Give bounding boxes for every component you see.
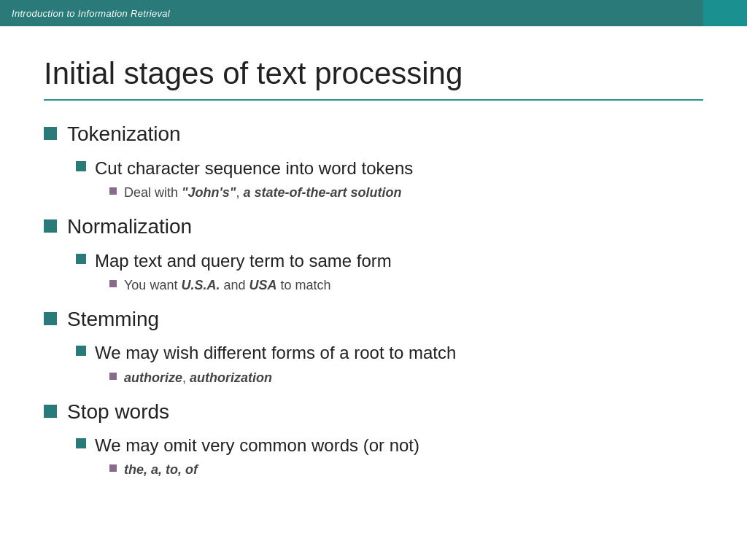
header-title: Introduction to Information Retrieval — [12, 8, 170, 19]
bullet-l3-normalization-1 — [109, 280, 117, 287]
level3-normalization-1-text: You want U.S.A. and USA to match — [124, 276, 331, 295]
level3-normalization-1: You want U.S.A. and USA to match — [109, 276, 703, 295]
bullet-l3-tokenization-1 — [109, 187, 117, 195]
bullet-l1-stemming — [44, 312, 57, 325]
level3-stopwords-1: the, a, to, of — [109, 461, 703, 479]
highlight-authorize: authorize — [124, 370, 182, 385]
bullet-l2-stemming-1 — [76, 346, 86, 356]
level3-stemming-1: authorize, authorization — [109, 369, 703, 387]
bullet-l1-tokenization — [44, 127, 57, 140]
level3-stopwords-1-text: the, a, to, of — [124, 461, 198, 479]
highlight-usa-dots: U.S.A. — [181, 278, 220, 292]
level2-stopwords-1-text: We may omit very common words (or not) — [95, 434, 419, 456]
level1-normalization: Normalization — [44, 214, 703, 240]
highlight-state-of-art: a state-of-the-art solution — [243, 185, 401, 200]
highlight-usa: USA — [249, 278, 276, 292]
level2-tokenization-1: Cut character sequence into word tokens — [76, 157, 703, 179]
slide-content: Initial stages of text processing Tokeni… — [0, 26, 747, 513]
bullet-l2-normalization-1 — [76, 254, 86, 264]
level2-stemming-1-text: We may wish different forms of a root to… — [95, 341, 456, 364]
level2-normalization-1-text: Map text and query term to same form — [95, 249, 392, 272]
section-tokenization: Tokenization Cut character sequence into… — [44, 121, 703, 202]
level3-tokenization-1-text: Deal with "John's", a state-of-the-art s… — [124, 184, 401, 202]
level3-stemming-1-text: authorize, authorization — [124, 369, 272, 387]
slide-title: Initial stages of text processing — [44, 55, 703, 92]
bullet-l1-normalization — [44, 219, 57, 233]
bullet-l1-stopwords — [44, 405, 57, 418]
level1-normalization-text: Normalization — [67, 214, 192, 240]
header-bar: Introduction to Information Retrieval — [0, 0, 747, 26]
section-normalization: Normalization Map text and query term to… — [44, 214, 703, 295]
level1-stopwords: Stop words — [44, 399, 703, 425]
level3-tokenization-1: Deal with "John's", a state-of-the-art s… — [109, 184, 703, 202]
level1-tokenization: Tokenization — [44, 121, 703, 147]
highlight-johns: "John's" — [182, 185, 236, 200]
highlight-stopwords-examples: the, a, to, of — [124, 462, 198, 477]
highlight-authorization: authorization — [190, 370, 272, 385]
level1-stemming-text: Stemming — [67, 306, 159, 332]
level1-stopwords-text: Stop words — [67, 399, 169, 425]
bullet-l3-stemming-1 — [109, 373, 117, 380]
level1-tokenization-text: Tokenization — [67, 121, 181, 147]
bullet-l2-stopwords-1 — [76, 438, 86, 448]
title-divider — [44, 99, 703, 101]
bullet-l2-tokenization-1 — [76, 161, 86, 171]
level2-tokenization-1-text: Cut character sequence into word tokens — [95, 157, 413, 179]
bullet-l3-stopwords-1 — [109, 464, 117, 472]
level2-stopwords-1: We may omit very common words (or not) — [76, 434, 703, 456]
section-stopwords: Stop words We may omit very common words… — [44, 399, 703, 480]
level1-stemming: Stemming — [44, 306, 703, 332]
level2-normalization-1: Map text and query term to same form — [76, 249, 703, 272]
level2-stemming-1: We may wish different forms of a root to… — [76, 341, 703, 364]
section-stemming: Stemming We may wish different forms of … — [44, 306, 703, 387]
